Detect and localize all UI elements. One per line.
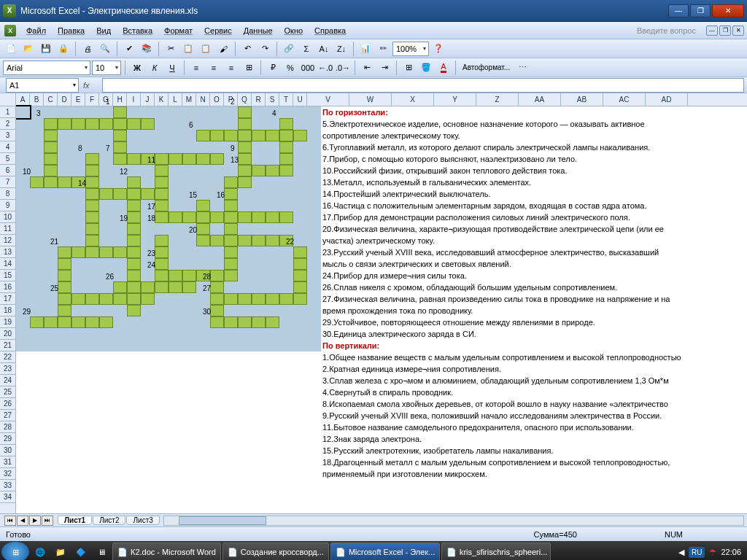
crossword-cell[interactable] — [155, 258, 169, 270]
inc-indent-icon[interactable]: ⇥ — [376, 60, 392, 76]
crossword-cell[interactable] — [58, 258, 71, 270]
doc-close[interactable]: ✕ — [732, 26, 744, 36]
crossword-cell[interactable] — [99, 188, 113, 200]
crossword-cell[interactable] — [279, 141, 293, 153]
crossword-cell[interactable] — [127, 176, 141, 188]
crossword-cell[interactable] — [238, 130, 252, 141]
row-header[interactable]: 5 — [0, 153, 15, 165]
col-header[interactable]: E — [71, 93, 85, 106]
crossword-cell[interactable] — [266, 293, 279, 305]
col-header[interactable]: L — [169, 93, 182, 106]
row-header[interactable]: 10 — [0, 211, 15, 223]
crossword-cell[interactable] — [169, 153, 182, 165]
crossword-cell[interactable] — [58, 118, 71, 130]
crossword-cell[interactable] — [196, 130, 210, 141]
crossword-cell[interactable] — [224, 316, 238, 328]
row-header[interactable]: 14 — [0, 258, 15, 270]
crossword-cell[interactable] — [127, 258, 141, 270]
row-header[interactable]: 22 — [0, 351, 15, 363]
crossword-cell[interactable] — [71, 293, 85, 305]
crossword-cell[interactable] — [169, 281, 182, 293]
crossword-cell[interactable] — [155, 235, 169, 246]
crossword-cell[interactable] — [266, 130, 279, 141]
col-header[interactable]: B — [30, 93, 44, 106]
cut-icon[interactable]: ✂ — [163, 41, 179, 57]
crossword-cell[interactable] — [85, 165, 99, 176]
taskbar-item[interactable]: 📄Microsoft Excel - Элек... — [330, 542, 440, 560]
menu-data[interactable]: Данные — [238, 24, 279, 37]
undo-icon[interactable]: ↶ — [239, 41, 255, 57]
menu-view[interactable]: Вид — [90, 24, 117, 37]
menu-format[interactable]: Формат — [158, 24, 198, 37]
crossword-cell[interactable] — [293, 258, 307, 270]
borders-icon[interactable]: ⊞ — [400, 60, 417, 76]
crossword-cell[interactable] — [155, 188, 169, 200]
crossword-cell[interactable] — [155, 200, 169, 211]
crossword-cell[interactable] — [99, 118, 113, 130]
col-header[interactable]: Y — [434, 93, 476, 106]
crossword-cell[interactable] — [266, 165, 279, 176]
zoom-select[interactable]: 100% — [392, 42, 429, 56]
row-header[interactable]: 30 — [0, 445, 15, 456]
align-center-icon[interactable]: ≡ — [206, 60, 222, 76]
crossword-cell[interactable] — [99, 246, 113, 258]
crossword-cell[interactable] — [238, 293, 252, 305]
crossword-cell[interactable] — [58, 305, 71, 316]
crossword-cell[interactable] — [127, 281, 141, 293]
crossword-cell[interactable] — [113, 281, 127, 293]
col-header[interactable]: K — [155, 93, 169, 106]
crossword-cell[interactable] — [44, 141, 58, 153]
ql-app-icon[interactable]: 🔷 — [71, 542, 90, 560]
crossword-cell[interactable] — [127, 223, 141, 235]
permission-icon[interactable]: 🔒 — [55, 41, 71, 57]
crossword-cell[interactable] — [113, 106, 127, 118]
italic-icon[interactable]: К — [147, 60, 163, 76]
col-header[interactable]: O — [210, 93, 224, 106]
crossword-cell[interactable] — [44, 176, 58, 188]
crossword-cell[interactable] — [266, 211, 279, 223]
autosum-icon[interactable]: Σ — [298, 41, 314, 57]
crossword-cell[interactable] — [44, 153, 58, 165]
crossword-cell[interactable] — [141, 293, 155, 305]
crossword-cell[interactable] — [196, 223, 210, 235]
ql-desktop-icon[interactable]: 🖥 — [92, 542, 111, 560]
col-header[interactable]: I — [127, 93, 141, 106]
crossword-cell[interactable] — [58, 281, 71, 293]
spell-icon[interactable]: ✔ — [121, 41, 137, 57]
crossword-cell[interactable] — [127, 246, 141, 258]
crossword-cell[interactable] — [238, 316, 252, 328]
close-button[interactable]: ✕ — [712, 4, 744, 18]
crossword-cell[interactable] — [85, 188, 99, 200]
open-icon[interactable]: 📂 — [20, 41, 36, 57]
crossword-cell[interactable] — [210, 211, 224, 223]
crossword-cell[interactable] — [113, 246, 127, 258]
taskbar-item[interactable]: 📄К2.doc - Microsoft Word — [112, 542, 221, 560]
font-size-select[interactable]: 10 — [92, 61, 121, 75]
crossword-cell[interactable] — [210, 293, 224, 305]
hyperlink-icon[interactable]: 🔗 — [281, 41, 297, 57]
drawing-icon[interactable]: ✏ — [375, 41, 391, 57]
col-header[interactable]: J — [141, 93, 155, 106]
row-header[interactable]: 17 — [0, 293, 15, 305]
ql-ie-icon[interactable]: 🌐 — [31, 542, 50, 560]
paste-icon[interactable]: 📋 — [198, 41, 214, 57]
crossword-cell[interactable] — [99, 316, 113, 328]
col-header[interactable]: AA — [519, 93, 561, 106]
crossword-cell[interactable] — [224, 200, 238, 211]
crossword-cell[interactable] — [279, 130, 293, 141]
crossword-cell[interactable] — [85, 176, 99, 188]
crossword-cell[interactable] — [58, 316, 71, 328]
crossword-cell[interactable] — [44, 118, 58, 130]
font-color-icon[interactable]: A — [436, 60, 452, 76]
crossword-cell[interactable] — [210, 316, 224, 328]
tab-last[interactable]: ⏭ — [42, 516, 53, 526]
row-header[interactable]: 12 — [0, 235, 15, 246]
sheet-tab-3[interactable]: Лист3 — [126, 516, 159, 525]
col-header[interactable]: W — [349, 93, 392, 106]
sheet-tab-2[interactable]: Лист2 — [93, 516, 125, 525]
row-header[interactable]: 7 — [0, 176, 15, 188]
crossword-cell[interactable] — [85, 200, 99, 211]
row-header[interactable]: 24 — [0, 375, 15, 386]
crossword-cell[interactable] — [293, 293, 307, 305]
row-header[interactable]: 6 — [0, 165, 15, 176]
